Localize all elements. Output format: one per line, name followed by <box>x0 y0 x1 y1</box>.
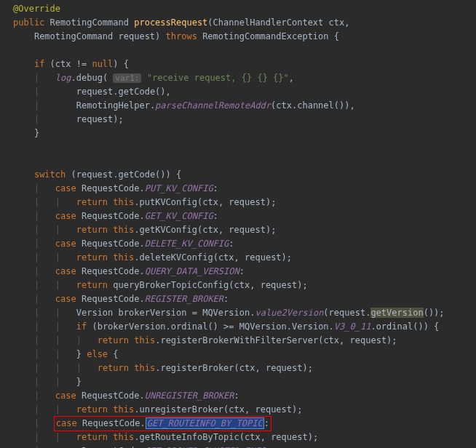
code-line: public RemotingCommand processRequest(Ch… <box>2 16 476 30</box>
warning-highlight: getVersion <box>370 308 423 318</box>
code-line: | request); <box>2 113 476 127</box>
code-line: | case RequestCode.GET_BROKER_CLUSTER_IN… <box>2 444 476 448</box>
code-line: | | | return this.registerBrokerWithFilt… <box>2 334 476 348</box>
code-line: @Override <box>2 2 476 16</box>
code-line: | | return this.unregisterBroker(ctx, re… <box>2 403 476 417</box>
highlighted-case: case RequestCode.GET_ROUTEINFO_BY_TOPIC: <box>54 416 271 431</box>
code-line: | case RequestCode.GET_ROUTEINFO_BY_TOPI… <box>2 417 476 431</box>
code-line: | case RequestCode.PUT_KV_CONFIG: <box>2 182 476 196</box>
code-line: | | } <box>2 375 476 389</box>
code-line: if (ctx != null) { <box>2 57 476 71</box>
code-line: } <box>2 127 476 140</box>
param-hint: var1: <box>113 73 141 83</box>
code-line: | case RequestCode.QUERY_DATA_VERSION: <box>2 265 476 279</box>
code-line: | | | return this.registerBroker(ctx, re… <box>2 361 476 375</box>
method-name: processRequest <box>134 17 207 28</box>
code-line: | | return this.getKVConfig(ctx, request… <box>2 223 476 237</box>
code-line: | case RequestCode.UNREGISTER_BROKER: <box>2 389 476 403</box>
field-log: log <box>55 73 71 83</box>
code-line: | | return this.putKVConfig(ctx, request… <box>2 196 476 209</box>
string-literal: "receive request, {} {} {}" <box>147 73 289 83</box>
code-line: | request.getCode(), <box>2 85 476 99</box>
code-line: | case RequestCode.DELETE_KV_CONFIG: <box>2 237 476 251</box>
code-line: | | if (brokerVersion.ordinal() >= MQVer… <box>2 320 476 334</box>
code-line: | case RequestCode.GET_KV_CONFIG: <box>2 209 476 223</box>
code-line: | RemotingHelper.parseChannelRemoteAddr(… <box>2 99 476 113</box>
code-line: | log.debug( var1: "receive request, {} … <box>2 71 476 85</box>
blank-line <box>2 154 476 168</box>
blank-line <box>2 44 476 57</box>
code-line: switch (request.getCode()) { <box>2 168 476 182</box>
code-line: | | return this.deleteKVConfig(ctx, requ… <box>2 251 476 265</box>
selected-identifier: GET_ROUTEINFO_BY_TOPIC <box>146 417 264 429</box>
code-line: | | return queryBrokerTopicConfig(ctx, r… <box>2 279 476 292</box>
code-line: | | return this.getRouteInfoByTopic(ctx,… <box>2 431 476 444</box>
code-line: RemotingCommand request) throws Remoting… <box>2 30 476 44</box>
code-line: | | Version brokerVersion = MQVersion.va… <box>2 306 476 320</box>
annotation: @Override <box>13 4 60 14</box>
blank-line <box>2 140 476 154</box>
code-line: | | } else { <box>2 348 476 361</box>
code-line: | case RequestCode.REGISTER_BROKER: <box>2 292 476 306</box>
